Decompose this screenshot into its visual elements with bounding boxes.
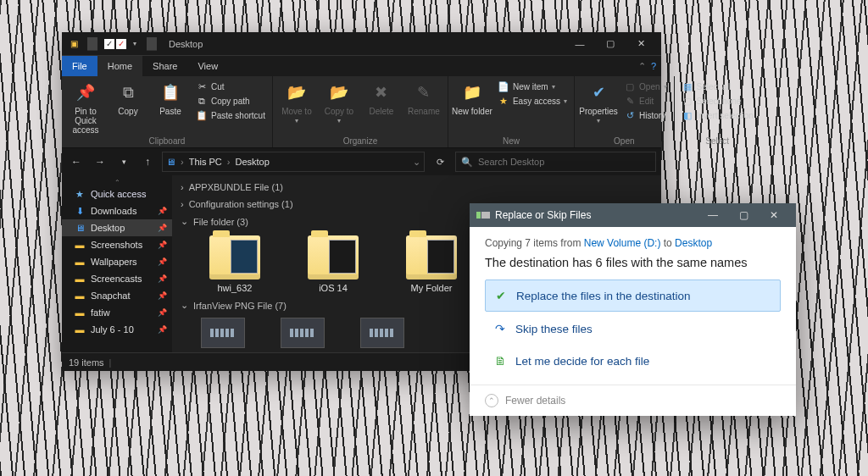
folder-label: My Folder <box>411 283 453 293</box>
paste-button[interactable]: 📋 Paste <box>150 78 191 116</box>
refresh-button[interactable]: ⟳ <box>430 152 450 172</box>
pin-label: Pin to Quick access <box>65 107 106 135</box>
history-button[interactable]: ↺History <box>620 108 670 122</box>
tab-home[interactable]: Home <box>97 56 142 76</box>
maximize-button[interactable]: ▢ <box>595 33 626 55</box>
folder-tile[interactable]: My Folder <box>398 235 465 293</box>
decide-icon: 🗎 <box>493 354 507 368</box>
group-label-clipboard: Clipboard <box>65 136 269 147</box>
folder-icon: ▬ <box>74 256 86 268</box>
qat-checkbox-2[interactable]: ✓ <box>116 39 126 49</box>
folder-tile[interactable]: iOS 14 <box>299 235 367 293</box>
tree-item-label: Wallpapers <box>91 257 137 267</box>
tree-item-fatiw[interactable]: ▬fatiw📌 <box>62 304 172 321</box>
paste-shortcut-button[interactable]: 📋Paste shortcut <box>192 108 269 122</box>
skip-icon: ↷ <box>493 322 507 335</box>
easy-access-button[interactable]: ★Easy access▾ <box>494 94 570 108</box>
ribbon-collapse-icon[interactable]: ⌃ <box>638 61 646 72</box>
dest-link[interactable]: Desktop <box>675 237 712 249</box>
source-link[interactable]: New Volume (D:) <box>584 237 661 249</box>
properties-button[interactable]: ✔ Properties ▾ <box>578 78 619 125</box>
minimize-button[interactable]: ― <box>565 33 595 55</box>
breadcrumb-desktop[interactable]: Desktop <box>235 157 269 167</box>
help-icon[interactable]: ? <box>651 61 656 71</box>
move-to-button[interactable]: 📂 Move to ▾ <box>276 78 317 125</box>
option-replace[interactable]: ✔ Replace the files in the destination <box>485 280 781 312</box>
dialog-titlebar[interactable]: Replace or Skip Files ― ▢ ✕ <box>470 203 796 227</box>
recent-dropdown[interactable]: ▾ <box>114 152 133 171</box>
tab-share[interactable]: Share <box>142 56 187 76</box>
pin-icon: 📌 <box>158 224 167 232</box>
address-bar[interactable]: 🖥 › This PC › Desktop ⌄ <box>162 152 425 172</box>
open-icon: ▢ <box>624 80 636 92</box>
ribbon-group-new: 📁 New folder 📄New item▾ ★Easy access▾ Ne… <box>448 76 575 147</box>
ribbon-tabs: File Home Share View ⌃ ? <box>62 56 661 76</box>
tree-item-screencasts[interactable]: ▬Screencasts📌 <box>62 270 172 287</box>
qat-checkbox-1[interactable]: ✓ <box>104 39 114 49</box>
newfolder-icon: 📁 <box>460 81 484 105</box>
group-appxbundle[interactable]: ›APPXBUNDLE File (1) <box>181 179 653 196</box>
chevron-down-icon: ▾ <box>597 118 600 125</box>
option-skip[interactable]: ↷ Skip these files <box>485 313 781 344</box>
option-decide[interactable]: 🗎 Let me decide for each file <box>485 346 781 376</box>
tab-file[interactable]: File <box>62 56 97 76</box>
up-button[interactable]: ↑ <box>138 152 157 171</box>
image-thumb[interactable] <box>281 318 325 348</box>
tree-item-desktop[interactable]: 🖥Desktop📌 <box>62 219 172 236</box>
new-item-button[interactable]: 📄New item▾ <box>494 80 570 93</box>
cut-button[interactable]: ✂Cut <box>192 80 269 93</box>
folder-icon: ▬ <box>74 290 86 302</box>
search-input[interactable]: 🔍 Search Desktop <box>455 152 656 172</box>
delete-button[interactable]: ✖ Delete <box>361 78 402 116</box>
tree-item-label: July 6 - 10 <box>91 324 134 335</box>
dialog-minimize-button[interactable]: ― <box>698 203 728 227</box>
desktop-icon: 🖥 <box>74 222 86 234</box>
easyaccess-icon: ★ <box>498 95 509 107</box>
image-thumb[interactable] <box>201 318 245 348</box>
copy-path-button[interactable]: ⧉Copy path <box>192 94 269 108</box>
tab-view[interactable]: View <box>187 56 228 76</box>
open-button[interactable]: ▢Open▾ <box>620 80 670 93</box>
rename-button[interactable]: ✎ Rename <box>403 78 444 116</box>
new-folder-button[interactable]: 📁 New folder <box>452 78 492 116</box>
invert-selection-button[interactable]: ◧Invert selection <box>678 108 757 122</box>
tree-item-screenshots[interactable]: ▬Screenshots📌 <box>62 236 172 253</box>
tree-item-july-6-10[interactable]: ▬July 6 - 10📌 <box>62 321 172 338</box>
edit-button[interactable]: ✎Edit <box>620 94 670 108</box>
select-none-button[interactable]: ▢Select none <box>678 94 757 108</box>
folder-tile[interactable]: hwi_632 <box>201 235 269 293</box>
copypath-icon: ⧉ <box>196 95 208 107</box>
delete-icon: ✖ <box>370 81 393 105</box>
close-button[interactable]: ✕ <box>626 33 656 55</box>
tree-item-snapchat[interactable]: ▬Snapchat📌 <box>62 287 172 304</box>
forward-button[interactable]: → <box>91 152 109 171</box>
pin-icon: 📌 <box>158 274 167 283</box>
chevron-down-icon: ▾ <box>337 118 341 125</box>
pin-quick-access-button[interactable]: 📌 Pin to Quick access <box>65 78 106 135</box>
pin-icon: 📌 <box>158 325 167 334</box>
back-button[interactable]: ← <box>67 152 86 171</box>
tree-item-label: fatiw <box>91 307 110 318</box>
pin-icon: 📌 <box>158 308 167 317</box>
tree-collapse-icon[interactable]: ⌃ <box>62 179 172 185</box>
dialog-maximize-button[interactable]: ▢ <box>728 203 759 227</box>
titlebar[interactable]: ▣ ✓ ✓ ▾ Desktop ― ▢ ✕ <box>62 32 661 56</box>
breadcrumb-thispc[interactable]: This PC <box>189 157 222 167</box>
chevron-down-icon[interactable]: ⌄ <box>413 157 420 168</box>
pin-icon: 📌 <box>158 291 167 300</box>
copy-button[interactable]: ⧉ Copy <box>108 78 148 116</box>
pin-icon: 📌 <box>158 207 167 215</box>
image-thumb[interactable] <box>360 318 404 348</box>
select-all-button[interactable]: ▦Select all <box>678 80 757 93</box>
tree-item-downloads[interactable]: ⬇Downloads📌 <box>62 202 172 219</box>
qat-dropdown[interactable]: ▾ <box>128 37 142 51</box>
dialog-close-button[interactable]: ✕ <box>759 203 789 227</box>
chevron-down-icon: ⌄ <box>181 216 188 227</box>
navigation-pane[interactable]: ⌃ ★ Quick access ⬇Downloads📌🖥Desktop📌▬Sc… <box>62 175 172 352</box>
dialog-title: Replace or Skip Files <box>495 209 591 221</box>
chevron-up-icon[interactable]: ⌃ <box>485 394 498 407</box>
tree-quick-access[interactable]: ★ Quick access <box>62 185 172 202</box>
tree-item-wallpapers[interactable]: ▬Wallpapers📌 <box>62 253 172 270</box>
fewer-details-link[interactable]: Fewer details <box>505 395 565 407</box>
copy-to-button[interactable]: 📂 Copy to ▾ <box>319 78 359 125</box>
